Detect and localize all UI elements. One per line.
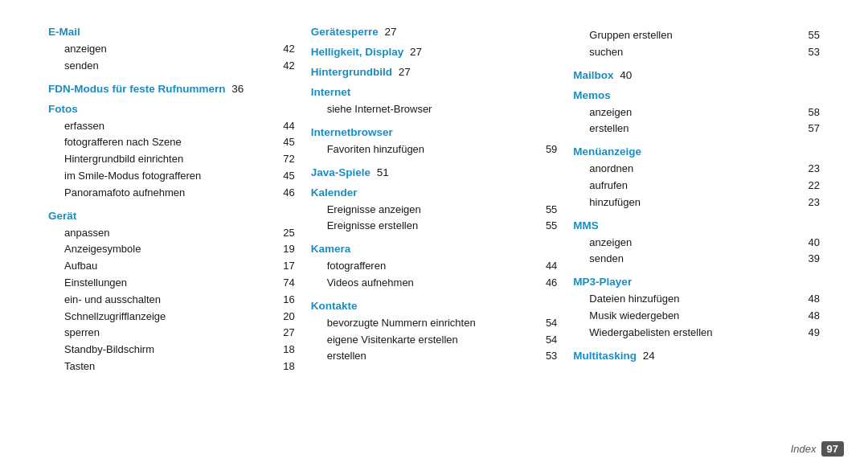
entry-header-line: FDN-Modus für feste Rufnummern 36 [48, 83, 295, 95]
sub-entry-text: Schnellzugrifflanzeige [64, 309, 280, 326]
section-1-6: KalenderEreignisse anzeigen 55Ereignisse… [311, 186, 558, 236]
entry-header-num: 27 [407, 46, 422, 58]
sub-entry-text: Einstellungen [64, 275, 280, 292]
sub-entry-text: Favoriten hinzufügen [327, 141, 542, 158]
sub-entry-num: 17 [283, 258, 294, 275]
sub-entry-text: Musik wiedergeben [589, 308, 805, 325]
sub-entries: anpassen 25Anzeigesymbole 19Aufbau 17Ein… [64, 225, 295, 375]
page-content: E-Mailanzeigen 42senden 42FDN-Modus für … [0, 0, 868, 471]
sub-entry-num: 39 [809, 251, 820, 268]
entry-header-text: Kalender [311, 186, 358, 199]
sub-entries: anzeigen 42senden 42 [64, 41, 295, 75]
section-2-0: Gruppen erstellen 55suchen 53 [573, 27, 820, 61]
entry-header-line: Gerät [48, 210, 295, 222]
sub-entry-num: 48 [809, 291, 820, 308]
section-1-0: Gerätesperre 27 [311, 26, 558, 38]
sub-entry: fotografferen 44 [327, 258, 558, 275]
sub-entry: siehe Internet-Browser [327, 101, 558, 118]
sub-entry: eigene Visitenkarte erstellen 54 [327, 332, 558, 349]
sub-entry-text: erstellen [589, 121, 805, 137]
sub-entry: erfassen 44 [64, 118, 295, 135]
sub-entry-text: Panoramafoto aufnehmen [64, 185, 280, 202]
sub-entry: Anzeigesymbole 19 [64, 241, 295, 258]
sub-entry-num: 45 [283, 168, 294, 185]
section-2-2: Memosanzeigen 58erstellen 57 [573, 89, 820, 138]
sub-entry-text: Anzeigesymbole [64, 241, 280, 258]
entry-header-line: Kontakte [311, 300, 558, 312]
sub-entry: suchen 53 [589, 44, 820, 61]
sub-entries: bevorzugte Nummern einrichten 54eigene V… [327, 315, 558, 365]
sub-entries: siehe Internet-Browser [327, 101, 558, 118]
section-2-4: MMSanzeigen 40senden 39 [573, 219, 820, 268]
sub-entry: sperren 27 [64, 325, 295, 342]
section-1-2: Hintergrundbild 27 [311, 66, 558, 78]
entry-header-line: Hintergrundbild 27 [311, 66, 558, 78]
sub-entries: Ereignisse anzeigen 55Ereignisse erstell… [327, 202, 558, 236]
sub-entries: anzeigen 40senden 39 [589, 235, 820, 268]
index-footer: Index 97 [791, 441, 844, 457]
sub-entry-num: 20 [283, 309, 294, 326]
sub-entry: anzeigen 58 [589, 104, 820, 121]
sub-entry: hinzufügen 23 [589, 195, 820, 211]
section-0-1: FDN-Modus für feste Rufnummern 36 [48, 83, 295, 95]
sub-entry-num: 72 [283, 151, 294, 168]
sub-entry-num: 40 [809, 235, 820, 252]
entry-header-line: Internetbrowser [311, 126, 558, 138]
sub-entry-text: sperren [64, 325, 280, 342]
entry-header-num: 36 [229, 83, 244, 95]
entry-header-line: E-Mail [48, 26, 295, 38]
column-2: Gruppen erstellen 55suchen 53Mailbox 40M… [573, 26, 836, 439]
sub-entry: Panoramafoto aufnehmen 46 [64, 185, 295, 202]
entry-header-num: 51 [374, 166, 389, 178]
entry-header-line: MP3-Player [573, 276, 820, 288]
sub-entry-num: 57 [809, 121, 820, 137]
entry-header-line: Memos [573, 89, 820, 101]
sub-entry-num: 25 [283, 225, 294, 242]
sub-entry-text: hinzufügen [589, 195, 805, 211]
entry-header-text: Mailbox [573, 69, 613, 81]
sub-entry: fotografferen nach Szene 45 [64, 134, 295, 151]
sub-entry: Gruppen erstellen 55 [589, 27, 820, 44]
sub-entry-num: 54 [546, 315, 557, 332]
section-0-3: Gerätanpassen 25Anzeigesymbole 19Aufbau … [48, 210, 295, 375]
sub-entry-num: 16 [283, 292, 294, 309]
sub-entry-text: Hintergrundbild einrichten [64, 151, 280, 168]
sub-entry-text: Ereignisse anzeigen [327, 202, 542, 219]
sub-entry-text: Videos aufnehmen [327, 275, 542, 292]
sub-entry-num: 48 [809, 308, 820, 325]
section-1-4: InternetbrowserFavoriten hinzufügen 59 [311, 126, 558, 158]
sub-entry: Ereignisse erstellen 55 [327, 218, 558, 235]
entry-header-text: Hintergrundbild [311, 66, 392, 78]
entry-header-text: MMS [573, 219, 599, 231]
sub-entry-text: anordnen [589, 161, 805, 178]
sub-entry-num: 49 [809, 325, 820, 342]
sub-entry: senden 39 [589, 251, 820, 268]
sub-entries: Dateien hinzufügen 48Musik wiedergeben 4… [589, 291, 820, 341]
sub-entry-text: anpassen [64, 225, 280, 242]
entry-header-num: 24 [640, 350, 655, 362]
sub-entries: anzeigen 58erstellen 57 [589, 104, 820, 138]
sub-entry-num: 18 [283, 342, 294, 358]
sub-entry-text: Dateien hinzufügen [589, 291, 805, 308]
sub-entry-text: senden [589, 251, 805, 268]
entry-header-text: Kontakte [311, 300, 358, 312]
sub-entry-text: Wiedergabelisten erstellen [589, 325, 805, 342]
sub-entry-num: 53 [809, 44, 820, 61]
entry-header-line: Helligkeit, Display 27 [311, 46, 558, 58]
sub-entry-num: 46 [283, 185, 294, 202]
sub-entry-text: Gruppen erstellen [589, 27, 805, 44]
sub-entry: ein- und ausschalten 16 [64, 292, 295, 309]
sub-entry-text: suchen [589, 44, 805, 61]
sub-entry-num: 55 [546, 202, 557, 219]
sub-entry-text: erfassen [64, 118, 280, 135]
sub-entry-num: 59 [546, 141, 557, 158]
sub-entry-text: senden [64, 58, 280, 75]
sub-entry: Videos aufnehmen 46 [327, 275, 558, 292]
sub-entry-text: siehe Internet-Browser [327, 101, 558, 118]
sub-entry-text: bevorzugte Nummern einrichten [327, 315, 542, 332]
entry-header-num: 27 [382, 26, 397, 38]
entry-header-line: Menüanzeige [573, 145, 820, 158]
index-label: Index [791, 443, 817, 455]
entry-header-text: E-Mail [48, 26, 80, 38]
column-0: E-Mailanzeigen 42senden 42FDN-Modus für … [48, 26, 311, 439]
